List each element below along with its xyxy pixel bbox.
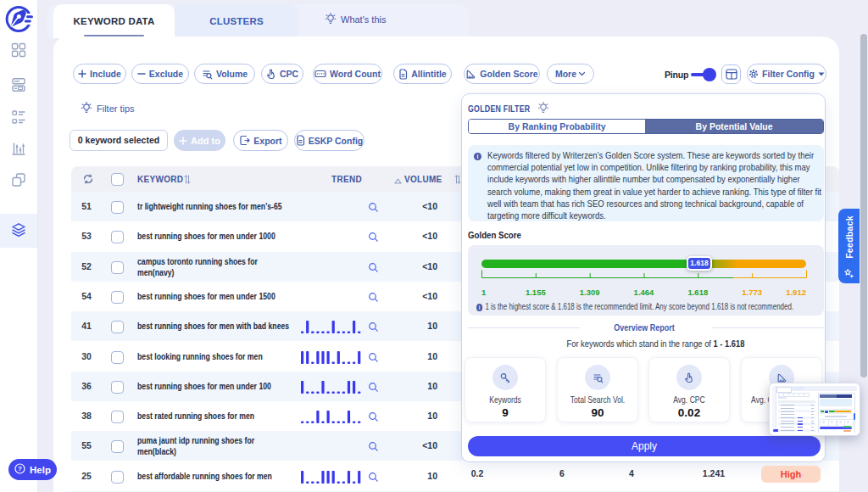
svg-text:?: ? [18,465,22,472]
